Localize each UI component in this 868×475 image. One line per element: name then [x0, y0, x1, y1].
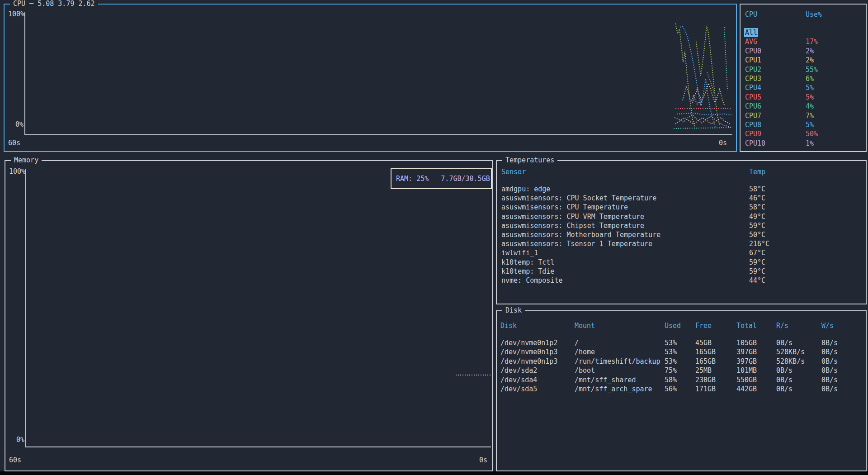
disk-mount: /boot	[575, 366, 595, 375]
chart-series-lime-b	[696, 26, 720, 125]
cpu-list-row-value: 17%	[806, 37, 818, 46]
sensor-name: asuswmisensors: CPU VRM Temperature	[501, 212, 644, 221]
sensor-temp: 67°C	[749, 248, 765, 257]
cpu-list-row-name: CPU5	[745, 93, 761, 102]
cpu-y-max-label: 100%	[8, 10, 24, 18]
disk-free: 230GB	[695, 375, 716, 385]
disk-device: /dev/sda5	[500, 385, 537, 394]
temperatures-panel: Temperatures Sensor Temp amdgpu: edge58°…	[496, 160, 867, 304]
disk-total: 101MB	[736, 366, 757, 375]
cpu-x-right-label: 0s	[719, 139, 727, 147]
cpu-list-row-cpu9[interactable]: CPU950%	[741, 129, 866, 138]
sensor-temp: 50°C	[749, 230, 765, 239]
cpu-panel: CPU ─ 5.08 3.79 2.62 100% 0% 60s 0s	[4, 4, 737, 152]
disk-mount: /	[575, 338, 579, 347]
cpu-list-row-cpu8[interactable]: CPU85%	[741, 120, 866, 129]
cpu-list-row-avg[interactable]: AVG17%	[741, 37, 866, 46]
temperature-row: nvme: Composite44°C	[497, 276, 866, 285]
sensor-temp: 58°C	[749, 203, 765, 212]
memory-panel-title: Memory	[11, 156, 42, 164]
disk-row: /dev/sda5/mnt/sff_arch_spare56%171GB442G…	[497, 385, 866, 394]
disk-header-used: Used	[665, 321, 681, 330]
cpu-list-row-name: CPU0	[745, 47, 761, 56]
disk-write-rate: 0B/s	[821, 375, 838, 385]
memory-x-left-label: 60s	[9, 456, 21, 464]
cpu-list-row-cpu4[interactable]: CPU45%	[741, 83, 866, 92]
cpu-list-row-cpu0[interactable]: CPU02%	[741, 47, 866, 56]
disk-read-rate: 528KB/s	[776, 357, 805, 366]
terminal-bottom-edge	[0, 471, 868, 475]
temperature-row: asuswmisensors: Motherboard Temperature5…	[497, 230, 866, 239]
temperature-row: asuswmisensors: Tsensor 1 Temperature216…	[497, 239, 866, 248]
cpu-list-row-name: AVG	[745, 37, 757, 46]
sensor-temp: 58°C	[749, 185, 765, 194]
disk-read-rate: 0B/s	[776, 385, 793, 394]
disk-used: 53%	[665, 338, 677, 347]
sensor-temp: 59°C	[749, 267, 765, 276]
cpu-x-left-label: 60s	[8, 139, 20, 147]
cpu-list-row-value: 6%	[806, 74, 814, 83]
cpu-usage-chart	[24, 8, 733, 135]
disk-row: /dev/sda2/boot75%25MB101MB0B/s0B/s	[497, 366, 866, 375]
chart-series-teal-b	[707, 72, 714, 94]
temperature-row: asuswmisensors: CPU Socket Temperature46…	[497, 194, 866, 203]
cpu-list-row-cpu6[interactable]: CPU64%	[741, 102, 866, 111]
cpu-list-row-cpu1[interactable]: CPU12%	[741, 56, 866, 65]
disk-write-rate: 0B/s	[821, 357, 838, 366]
disk-free: 171GB	[695, 385, 716, 394]
disk-read-rate: 0B/s	[776, 375, 793, 385]
cpu-list-row-name: CPU6	[745, 102, 761, 111]
disk-free: 165GB	[695, 347, 716, 356]
temperature-row: iwlwifi_167°C	[497, 248, 866, 257]
disk-row: /dev/nvme0n1p3/home53%165GB397GB528KB/s0…	[497, 347, 866, 356]
disk-free: 45GB	[695, 338, 712, 347]
memory-x-right-label: 0s	[479, 456, 487, 464]
disk-row: /dev/nvme0n1p3/run/timeshift/backup53%16…	[497, 357, 866, 366]
cpu-list-row-cpu7[interactable]: CPU77%	[741, 111, 866, 120]
cpu-list-row-name: CPU7	[745, 111, 761, 120]
sensor-temp: 59°C	[749, 258, 765, 267]
cpu-list-panel: CPU Use% AllAVG17%CPU02%CPU12%CPU255%CPU…	[740, 4, 867, 152]
disk-header-free: Free	[695, 321, 712, 330]
sensor-name: asuswmisensors: Chipset Temperature	[501, 221, 644, 230]
sensor-name: asuswmisensors: CPU Temperature	[501, 203, 628, 212]
cpu-list-row-value: 55%	[806, 65, 818, 74]
sensor-temp: 49°C	[749, 212, 765, 221]
cpu-list-header-cpu: CPU	[745, 10, 757, 19]
disk-write-rate: 0B/s	[821, 385, 838, 394]
cpu-y-min-label: 0%	[15, 120, 24, 128]
sensor-temp: 216°C	[749, 239, 769, 248]
sensor-name: amdgpu: edge	[501, 185, 550, 194]
cpu-list-row-cpu3[interactable]: CPU36%	[741, 74, 866, 83]
chart-series-lime-a	[675, 24, 695, 127]
cpu-list-row-cpu5[interactable]: CPU55%	[741, 93, 866, 102]
temp-header-sensor: Sensor	[501, 167, 526, 176]
disk-read-rate: 0B/s	[776, 338, 793, 347]
sensor-temp: 46°C	[749, 194, 765, 203]
cpu-list-row-cpu10[interactable]: CPU101%	[741, 139, 866, 148]
disk-write-rate: 0B/s	[821, 338, 838, 347]
sensor-name: asuswmisensors: CPU Socket Temperature	[501, 194, 656, 203]
disk-write-rate: 0B/s	[821, 347, 838, 356]
cpu-list-row-name: CPU3	[745, 74, 761, 83]
disk-total: 397GB	[736, 347, 757, 356]
memory-usage-chart	[25, 168, 492, 446]
cpu-list-row-cpu2[interactable]: CPU255%	[741, 65, 866, 74]
sensor-name: k10temp: Tctl	[501, 258, 554, 267]
cpu-list-row-name: CPU1	[745, 56, 761, 65]
temperature-row: asuswmisensors: CPU VRM Temperature49°C	[497, 212, 866, 221]
temp-header-temp: Temp	[749, 167, 765, 176]
cpu-list-row-name: CPU9	[745, 129, 761, 138]
cpu-list-row-value: 2%	[806, 56, 814, 65]
disk-device: /dev/nvme0n1p3	[500, 357, 557, 366]
disk-total: 550GB	[736, 375, 757, 385]
cpu-list-row-value: 5%	[806, 93, 814, 102]
cpu-list-row-all[interactable]: All	[741, 28, 866, 37]
chart-series-teal-c	[674, 128, 731, 128]
disk-rows: /dev/nvme0n1p2/53%45GB105GB0B/s0B/s/dev/…	[497, 338, 866, 394]
disk-device: /dev/sda4	[500, 375, 537, 385]
cpu-list-row-value: 4%	[806, 102, 814, 111]
cpu-list-row-value: 2%	[806, 47, 814, 56]
cpu-list-row-name: CPU2	[745, 65, 761, 74]
disk-used: 58%	[665, 375, 677, 385]
